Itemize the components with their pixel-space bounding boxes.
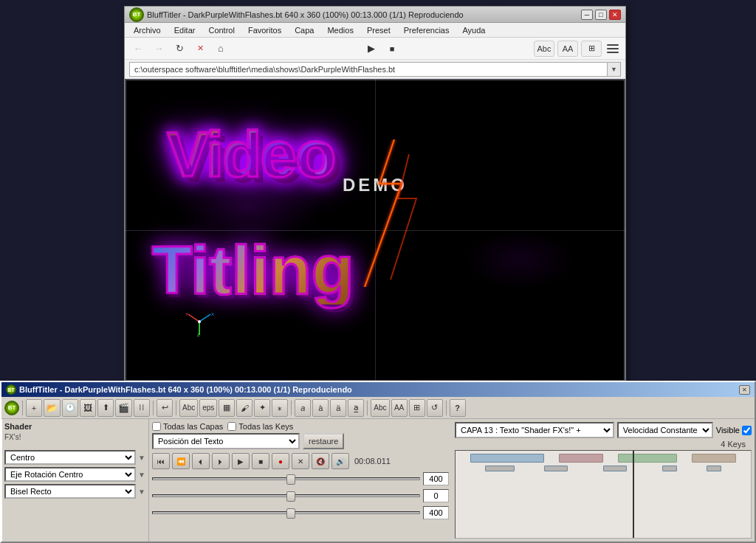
restore-button[interactable]: restaure — [303, 433, 344, 449]
dropdown-row-1: Centro ▼ — [4, 450, 145, 465]
menu-editar[interactable]: Editar — [168, 24, 202, 36]
brush-btn[interactable]: 🖌 — [236, 399, 252, 417]
bottom-close-button[interactable]: ✕ — [739, 385, 750, 395]
image-button[interactable]: 🖼 — [80, 399, 96, 417]
abc-toolbar-btn[interactable]: Abc — [534, 41, 554, 57]
position-row: Posición del Texto restaure — [152, 433, 449, 449]
timeline-bar-1 — [470, 454, 544, 463]
todas-keys-label[interactable]: Todas las Keys — [227, 422, 293, 431]
add-icon: + — [32, 404, 36, 412]
big-abc-btn[interactable]: Abc — [371, 399, 389, 417]
eps-btn[interactable]: eps — [199, 399, 217, 417]
timer-button[interactable]: 🕐 — [62, 399, 78, 417]
bottom-win-controls: ✕ — [739, 385, 750, 395]
keys-label-container: 4 Keys — [455, 440, 752, 449]
a-btn[interactable]: a — [295, 399, 311, 417]
close-button[interactable]: ✕ — [609, 10, 621, 20]
maximize-button[interactable]: □ — [595, 10, 607, 20]
slider-2-track[interactable] — [152, 494, 420, 497]
rotate-btn[interactable]: ↺ — [427, 399, 443, 417]
home-button[interactable]: ⌂ — [212, 41, 230, 57]
centro-dropdown[interactable]: Centro — [4, 450, 136, 465]
grid2-btn[interactable]: ⊞ — [409, 399, 425, 417]
menu-archivo[interactable]: Archivo — [128, 24, 167, 36]
menu-preset[interactable]: Preset — [361, 24, 396, 36]
sparkle-btn[interactable]: ✦ — [254, 399, 270, 417]
slider-2-thumb[interactable] — [286, 491, 295, 502]
visible-checkbox[interactable] — [742, 426, 752, 435]
play-button[interactable]: ▶ — [362, 41, 380, 57]
mute-button[interactable]: 🔇 — [312, 453, 329, 469]
abc-bottom-btn[interactable]: Abc — [179, 399, 198, 417]
demo-watermark: DEMO — [343, 175, 408, 196]
stop-media-button[interactable]: ■ — [383, 41, 401, 57]
menu-preferencias[interactable]: Preferencias — [398, 24, 456, 36]
visible-label: Visible — [716, 426, 740, 435]
eje-rotacion-dropdown[interactable]: Eje Rotación Centro — [4, 467, 136, 482]
address-input[interactable] — [129, 62, 608, 77]
aa-bottom-btn[interactable]: AA — [391, 399, 408, 417]
todas-capas-label[interactable]: Todas las Capas — [152, 422, 223, 431]
svg-text:Y: Y — [185, 312, 188, 317]
velocidad-dropdown[interactable]: Velocidad Constante — [617, 422, 713, 438]
play-transport-button[interactable]: ▶ — [232, 453, 250, 469]
a-cross-btn[interactable]: a̲ — [348, 399, 364, 417]
timeline-tick-5 — [707, 466, 721, 471]
back-button[interactable] — [129, 41, 147, 57]
menu-control[interactable]: Control — [202, 24, 240, 36]
timeline-area[interactable] — [455, 450, 752, 539]
star-btn[interactable]: ⁎ — [272, 399, 288, 417]
menu-ayuda[interactable]: Ayuda — [456, 24, 491, 36]
rewind-button[interactable]: ⏮ — [152, 453, 170, 469]
aa-toolbar-btn[interactable]: AA — [557, 41, 578, 57]
clear-button[interactable]: ✕ — [292, 453, 309, 469]
stop-button[interactable]: ✕ — [191, 41, 209, 57]
toolbar-right: Abc AA ⊞ — [534, 41, 621, 57]
minimize-button[interactable]: ─ — [581, 10, 593, 20]
video-button[interactable]: 🎬 — [115, 399, 132, 417]
step-next-icon: ⏵ — [217, 457, 224, 466]
folder-button[interactable]: 📂 — [44, 399, 61, 417]
position-dropdown[interactable]: Posición del Texto — [152, 433, 300, 449]
window-controls: ─ □ ✕ — [581, 10, 621, 20]
step-back-button[interactable]: ↩ — [157, 399, 173, 417]
menu-favoritos[interactable]: Favoritos — [242, 24, 287, 36]
stop-transport-button[interactable]: ■ — [252, 453, 269, 469]
hamburger-button[interactable] — [605, 41, 621, 57]
arrow-button[interactable]: ⬆ — [97, 399, 114, 417]
forward-button[interactable]: → — [150, 41, 168, 57]
todas-keys-checkbox[interactable] — [227, 422, 236, 431]
todas-capas-checkbox[interactable] — [152, 422, 161, 431]
refresh-button[interactable]: ↻ — [171, 41, 188, 57]
capa-dropdown[interactable]: CAPA 13 : Texto "Shader FX's!" + — [455, 422, 614, 438]
step-next-button[interactable]: ⏵ — [212, 453, 230, 469]
bisel-recto-dropdown[interactable]: Bisel Recto — [4, 484, 136, 499]
menu-medios[interactable]: Medios — [321, 24, 359, 36]
help-button[interactable]: ? — [450, 399, 466, 417]
rotate-icon: ↺ — [431, 403, 438, 412]
capa-row: CAPA 13 : Texto "Shader FX's!" + Velocid… — [455, 422, 752, 438]
slider-1-thumb[interactable] — [286, 474, 295, 485]
slider-3-track[interactable] — [152, 511, 420, 514]
menu-capa[interactable]: Capa — [289, 24, 320, 36]
address-dropdown[interactable]: ▼ — [608, 62, 621, 77]
prev-button[interactable]: ⏪ — [172, 453, 190, 469]
dropdown-row-2: Eje Rotación Centro ▼ — [4, 467, 145, 482]
record-button[interactable]: ● — [272, 453, 289, 469]
unmute-button[interactable]: 🔊 — [331, 453, 349, 469]
grid-toolbar-btn[interactable]: ⊞ — [581, 41, 602, 57]
record-icon: ● — [278, 457, 283, 466]
slider-3-thumb[interactable] — [286, 508, 295, 519]
add-layer-button[interactable]: + — [26, 399, 42, 417]
slider-1-track[interactable] — [152, 477, 420, 480]
svg-text:Z: Z — [197, 333, 200, 336]
svg-line-1 — [188, 314, 199, 322]
a-dot-btn[interactable]: à — [312, 399, 329, 417]
grid-btn[interactable]: ▦ — [219, 399, 235, 417]
dots-button[interactable]: ⁞⁞ — [134, 399, 150, 417]
help-icon: ? — [455, 404, 460, 412]
timeline-tick-4 — [662, 466, 677, 471]
step-prev-button[interactable]: ⏴ — [192, 453, 210, 469]
timer-icon: 🕐 — [65, 403, 75, 412]
gear-a-btn[interactable]: ä — [330, 399, 346, 417]
